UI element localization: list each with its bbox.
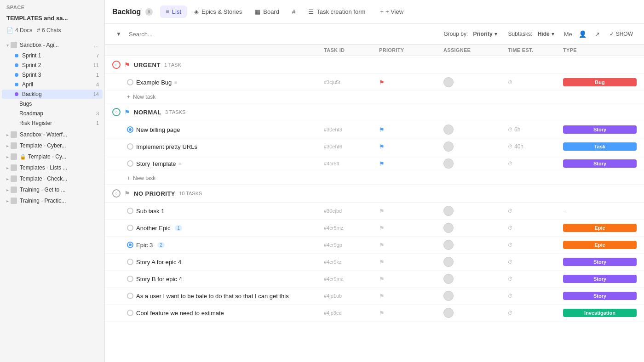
task-row[interactable]: Sub task 1 #30ejbd ⚑ ⏱ – — [105, 203, 644, 220]
sidebar-item-sprint1[interactable]: Sprint 1 7 — [2, 51, 103, 60]
time-est: ⏱ — [508, 79, 563, 85]
task-row[interactable]: Example Bug ≡ #3cju5t ⚑ ⏱ Bug — [105, 74, 644, 91]
task-row[interactable]: Story B for epic 4 #4cr9ma ⚑ ⏱ Story — [105, 271, 644, 288]
sidebar-group-sandbox-agile[interactable]: ▾ Sandbox - Agi... ... — [2, 40, 103, 51]
assignee-avatar — [443, 291, 454, 301]
sidebar-item-risk-register[interactable]: Risk Register 1 — [2, 119, 103, 128]
tab-epics-stories[interactable]: ◈ Epics & Stories — [189, 6, 247, 18]
task-table: TASK ID PRIORITY ASSIGNEE TIME EST. TYPE… — [105, 45, 644, 362]
group-label: Template - Check... — [20, 175, 99, 182]
section-toggle-nopriority[interactable]: ○ — [112, 189, 121, 198]
task-name: Cool feature we need to estimate — [136, 310, 224, 317]
folder-icon — [11, 164, 17, 171]
docs-badge[interactable]: 📄 4 Docs — [6, 27, 32, 34]
task-status-icon — [127, 79, 133, 85]
me-button[interactable]: Me — [562, 28, 575, 40]
chevron-down-icon: ▾ — [552, 31, 554, 37]
search-input[interactable] — [129, 31, 258, 38]
sidebar-item-sprint2[interactable]: Sprint 2 11 — [2, 61, 103, 70]
sidebar-group-template-check[interactable]: ▸ Template - Check... — [2, 174, 103, 184]
assignee-avatar — [443, 308, 454, 318]
chats-badge[interactable]: # 6 Chats — [37, 27, 61, 34]
group-by-selector[interactable]: Group by: Priority ▾ — [440, 29, 501, 39]
time-est: ⏱ — [508, 242, 563, 248]
sprint-dot — [15, 83, 18, 86]
tab-hash[interactable]: # — [287, 6, 301, 18]
type-badge: Story — [563, 258, 637, 266]
tab-epics-label: Epics & Stories — [201, 8, 242, 15]
tab-list[interactable]: ≡ List — [160, 6, 187, 18]
section-nopriority: ○ ⚑ NO PRIORITY 10 TASKS Sub task 1 #30e… — [105, 185, 644, 322]
april-count: 4 — [96, 82, 99, 87]
assignee-avatar — [443, 274, 454, 284]
task-id: #4cr9ma — [324, 276, 379, 282]
section-toggle-normal[interactable]: ○ — [112, 108, 121, 116]
tab-task-creation[interactable]: ☰ Task creation form — [303, 6, 371, 18]
sidebar-group-training-prac[interactable]: ▸ Training - Practic... — [2, 196, 103, 206]
chevron-right-icon: ▸ — [6, 143, 9, 148]
task-badge: 1 — [175, 225, 182, 231]
type-badge: Task — [563, 142, 637, 151]
section-header-normal[interactable]: ○ ⚑ NORMAL 3 TASKS — [105, 103, 644, 121]
time-est: ⏱ — [508, 225, 563, 231]
add-task-urgent[interactable]: + New task — [105, 91, 644, 103]
space-title: TEMPLATES and sa... — [0, 13, 104, 25]
info-icon[interactable]: ℹ — [145, 8, 153, 16]
tab-board[interactable]: ▦ Board — [249, 6, 285, 18]
sprint-dot — [15, 73, 18, 77]
sidebar-group-templates-lists[interactable]: ▸ Templates - Lists ... — [2, 163, 103, 173]
sidebar-item-bugs[interactable]: Bugs — [2, 99, 103, 108]
section-header-urgent[interactable]: ○ ⚑ URGENT 1 TASK — [105, 56, 644, 74]
add-task-normal[interactable]: + New task — [105, 172, 644, 185]
share-button[interactable]: ↗ — [591, 28, 604, 40]
task-row[interactable]: Epic 3 2 #4cr9gp ⚑ ⏱ Epic — [105, 237, 644, 254]
sidebar-item-sprint3[interactable]: Sprint 3 1 — [2, 70, 103, 79]
group-label: Sandbox - Agi... — [20, 42, 92, 48]
task-row[interactable]: Cool feature we need to estimate #4jp3cd… — [105, 305, 644, 322]
sidebar-group-template-cyber1[interactable]: ▸ Template - Cyber... — [2, 141, 103, 151]
filter-icon: ▼ — [116, 31, 121, 37]
task-name: Story A for epic 4 — [136, 259, 181, 266]
more-icon[interactable]: ... — [93, 41, 99, 49]
sprint-count: 11 — [93, 62, 99, 68]
clock-icon: ⏱ — [508, 225, 513, 231]
sidebar-item-roadmap[interactable]: Roadmap 3 — [2, 109, 103, 118]
section-toggle-urgent[interactable]: ○ — [112, 61, 121, 69]
task-name: Example Bug — [136, 79, 172, 86]
avatar-button[interactable]: 👤 — [576, 28, 589, 40]
time-est: ⏱ 6h — [508, 126, 563, 133]
task-id: #4cr9gp — [324, 242, 379, 248]
chevron-right-icon: ▸ — [6, 132, 9, 137]
col-task-id: TASK ID — [324, 47, 379, 53]
section-header-nopriority[interactable]: ○ ⚑ NO PRIORITY 10 TASKS — [105, 185, 644, 203]
task-row[interactable]: New billing page #30eht3 ⚑ ⏱ 6h Story — [105, 121, 644, 138]
task-row[interactable]: Story A for epic 4 #4cr9kz ⚑ ⏱ Story — [105, 254, 644, 271]
task-row[interactable]: As a user I want to be bale to do that s… — [105, 288, 644, 305]
table-header: TASK ID PRIORITY ASSIGNEE TIME EST. TYPE — [105, 45, 644, 56]
assignee-avatar — [443, 206, 454, 216]
task-row[interactable]: Implement pretty URLs #30eht6 ⚑ ⏱ 40h Ta… — [105, 138, 644, 155]
task-row[interactable]: Story Template ≡ #4cr5ft ⚑ ⏱ Story — [105, 155, 644, 172]
add-view-button[interactable]: + + View — [374, 6, 409, 18]
subtasks-selector[interactable]: Subtasks: Hide ▾ — [505, 29, 558, 39]
task-row[interactable]: Another Epic 1 #4cr5mz ⚑ ⏱ Epic — [105, 220, 644, 237]
task-name-cell: Epic 3 2 — [127, 242, 324, 249]
sidebar-group-training-get[interactable]: ▸ Training - Get to ... — [2, 185, 103, 195]
sidebar-item-april[interactable]: April 4 — [2, 80, 103, 89]
sidebar-group-template-cyber2[interactable]: ▸ 🔒 Template - Cy... — [2, 152, 103, 162]
folder-icon — [11, 187, 17, 193]
assignee-avatar — [443, 124, 454, 135]
roadmap-count: 3 — [96, 111, 99, 116]
filter-button[interactable]: ▼ — [112, 29, 125, 39]
chevron-right-icon: ▸ — [6, 165, 9, 170]
priority-flag-icon: ⚑ — [379, 143, 443, 150]
page-title: Backlog — [112, 8, 141, 16]
show-button[interactable]: ✓ SHOW — [606, 29, 637, 39]
sidebar-section-sandbox-agile: ▾ Sandbox - Agi... ... Sprint 1 7 Sprint… — [0, 38, 104, 129]
sidebar-group-sandbox-water[interactable]: ▸ Sandbox - Waterf... — [2, 130, 103, 140]
type-badge: Investigation — [563, 309, 637, 317]
sidebar-item-backlog[interactable]: Backlog 14 — [2, 90, 103, 99]
list-icon: ≡ — [166, 8, 169, 15]
task-name: Implement pretty URLs — [136, 143, 197, 150]
sidebar-docs-chats: 📄 4 Docs # 6 Chats — [0, 25, 104, 38]
